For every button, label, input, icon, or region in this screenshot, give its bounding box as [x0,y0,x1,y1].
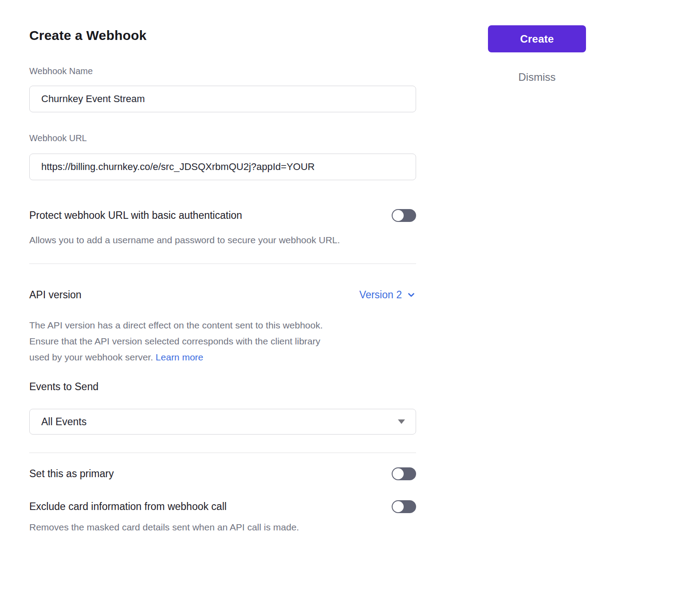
basic-auth-description: Allows you to add a username and passwor… [29,232,384,248]
events-to-send-value: All Events [41,416,87,428]
learn-more-link[interactable]: Learn more [156,352,203,362]
api-version-label: API version [29,288,82,301]
exclude-card-label: Exclude card information from webhook ca… [29,500,227,513]
exclude-card-toggle[interactable] [392,500,416,513]
toggle-knob [393,468,404,479]
set-primary-label: Set this as primary [29,467,114,480]
basic-auth-row: Protect webhook URL with basic authentic… [29,209,416,222]
api-version-value: Version 2 [359,289,402,301]
dismiss-button[interactable]: Dismiss [519,71,556,83]
exclude-card-row: Exclude card information from webhook ca… [29,500,416,513]
action-panel: Create Dismiss [488,25,586,83]
create-button[interactable]: Create [488,25,586,52]
chevron-down-icon [406,290,416,300]
divider [29,452,416,453]
exclude-card-description: Removes the masked card details sent whe… [29,521,384,534]
webhook-name-input[interactable] [29,86,416,112]
events-to-send-label: Events to Send [29,380,416,393]
api-version-description: The API version has a direct effect on t… [29,317,342,365]
set-primary-toggle[interactable] [392,467,416,480]
page-title: Create a Webhook [29,28,416,43]
toggle-knob [393,210,404,221]
basic-auth-toggle[interactable] [392,209,416,222]
api-version-row: API version Version 2 [29,288,416,301]
toggle-knob [393,501,404,512]
webhook-form: Create a Webhook Webhook Name Webhook UR… [29,0,416,534]
basic-auth-label: Protect webhook URL with basic authentic… [29,209,242,222]
divider [29,263,416,264]
webhook-url-input[interactable] [29,154,416,180]
api-version-dropdown[interactable]: Version 2 [359,289,416,301]
webhook-name-label: Webhook Name [29,66,416,76]
events-to-send-select[interactable]: All Events [29,409,416,435]
set-primary-row: Set this as primary [29,467,416,480]
caret-down-icon [398,419,405,424]
webhook-url-label: Webhook URL [29,133,416,143]
